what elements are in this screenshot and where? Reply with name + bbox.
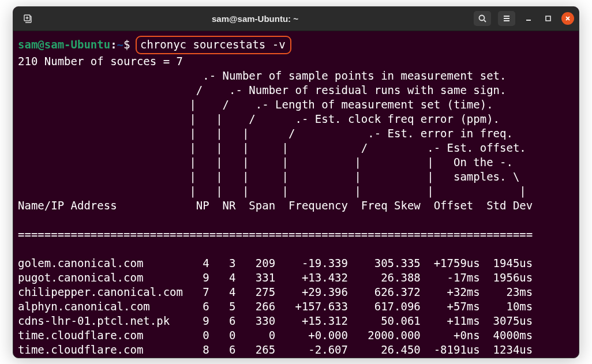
menu-button[interactable] [498, 11, 515, 26]
output-count: 210 Number of sources = 7 [18, 54, 574, 69]
terminal-body[interactable]: sam@sam-Ubuntu:~$ chronyc sourcestats -v… [13, 31, 579, 358]
prompt-userhost: sam@sam-Ubuntu [18, 358, 110, 358]
cursor-icon [138, 358, 144, 358]
svg-point-3 [479, 16, 485, 21]
window-minimize[interactable] [522, 12, 535, 25]
command-text: chronyc sourcestats -v [140, 38, 286, 51]
titlebar: sam@sam-Ubuntu: ~ [13, 7, 579, 31]
window-title: sam@sam-Ubuntu: ~ [36, 14, 474, 24]
terminal-window: sam@sam-Ubuntu: ~ sam@sam-Ubuntu:~$ chro… [13, 6, 579, 358]
window-maximize[interactable] [542, 12, 554, 25]
legend-block: .- Number of sample points in measuremen… [18, 69, 574, 198]
prompt-userhost: sam@sam-Ubuntu [18, 38, 110, 51]
prompt-line: sam@sam-Ubuntu:~$ [18, 38, 130, 51]
prompt-symbol: $ [123, 38, 130, 51]
svg-rect-9 [546, 16, 550, 21]
prompt-colon: : [110, 358, 117, 358]
prompt-colon: : [110, 38, 117, 51]
search-button[interactable] [474, 11, 491, 26]
prompt-line-2: sam@sam-Ubuntu:~$ [18, 358, 130, 358]
prompt-path: ~ [117, 38, 123, 51]
prompt-symbol: $ [123, 358, 130, 358]
table-rows: golem.canonical.com 4 3 209 -19.339 305.… [18, 256, 574, 357]
table-header: Name/IP Address NP NR Span Frequency Fre… [18, 198, 574, 213]
separator: ========================================… [18, 227, 574, 242]
new-tab-button[interactable] [19, 11, 36, 26]
window-close[interactable] [561, 12, 574, 25]
prompt-path: ~ [117, 358, 123, 358]
svg-line-4 [484, 20, 486, 22]
command-highlight: chronyc sourcestats -v [136, 36, 291, 54]
